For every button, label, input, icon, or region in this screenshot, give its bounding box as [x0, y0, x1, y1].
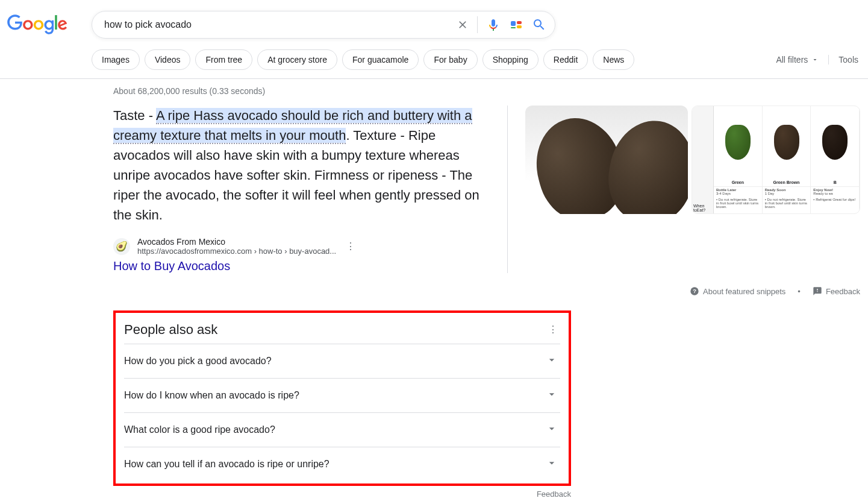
clear-icon[interactable] — [457, 19, 469, 31]
search-input[interactable] — [104, 19, 457, 30]
header-divider — [0, 78, 868, 79]
svg-rect-1 — [517, 21, 522, 24]
svg-rect-0 — [511, 21, 516, 26]
chevron-down-icon — [546, 457, 558, 471]
chart-row-label: When toEat? — [693, 204, 712, 212]
chip-news[interactable]: News — [593, 49, 634, 70]
paa-question-text: How can you tell if an avocado is ripe o… — [124, 459, 329, 470]
result-stats: About 68,200,000 results (0.33 seconds) — [113, 86, 860, 96]
paa-feedback-link[interactable]: Feedback — [113, 490, 571, 499]
chip-reddit[interactable]: Reddit — [543, 49, 588, 70]
chevron-down-icon — [546, 354, 558, 368]
chip-shopping[interactable]: Shopping — [482, 49, 539, 70]
paa-question-1[interactable]: How do you pick a good avocado? — [124, 344, 560, 379]
divider — [477, 16, 478, 33]
featured-snippet-text: Taste - A ripe Hass avocado should be ri… — [113, 106, 489, 225]
paa-title: People also ask — [124, 322, 217, 338]
result-title-link[interactable]: How to Buy Avocados — [113, 259, 489, 273]
chip-guacamole[interactable]: For guacamole — [342, 49, 419, 70]
voice-search-icon[interactable] — [486, 17, 501, 32]
feedback-link[interactable]: Feedback — [813, 286, 860, 296]
about-snippets-link[interactable]: ? About featured snippets — [690, 286, 785, 296]
paa-question-3[interactable]: What color is a good ripe avocado? — [124, 413, 560, 447]
chevron-down-icon — [811, 56, 819, 63]
feedback-icon — [813, 286, 822, 296]
chip-grocery[interactable]: At grocery store — [257, 49, 337, 70]
people-also-ask: People also ask ⋮ How do you pick a good… — [113, 310, 571, 486]
svg-rect-3 — [511, 27, 516, 28]
about-snippets-label: About featured snippets — [703, 287, 785, 296]
paa-question-4[interactable]: How can you tell if an avocado is ripe o… — [124, 447, 560, 481]
snippet-prefix: Taste - — [113, 108, 156, 123]
svg-rect-2 — [517, 25, 522, 28]
search-area: Images Videos From tree At grocery store… — [92, 11, 868, 78]
help-icon: ? — [690, 286, 699, 296]
paa-question-text: What color is a good ripe avocado? — [124, 424, 275, 435]
more-options-icon[interactable]: ⋮ — [343, 238, 358, 254]
source-row: 🥑 Avocados From Mexico https://avocadosf… — [113, 237, 489, 256]
google-logo[interactable] — [7, 14, 67, 37]
image-search-icon[interactable] — [509, 17, 523, 32]
image-thumbnail-2[interactable]: When toEat? Green Bottle Later3-4 Days •… — [692, 106, 860, 214]
chip-images[interactable]: Images — [92, 49, 140, 70]
paa-more-options-icon[interactable]: ⋮ — [546, 321, 560, 338]
image-thumbnail-1[interactable] — [525, 106, 688, 214]
search-icon[interactable] — [532, 17, 546, 32]
tools-button[interactable]: Tools — [828, 55, 858, 65]
source-favicon: 🥑 — [113, 238, 130, 255]
chip-baby[interactable]: For baby — [423, 49, 477, 70]
filter-chips: Images Videos From tree At grocery store… — [92, 49, 868, 78]
svg-text:?: ? — [693, 288, 696, 294]
chip-videos[interactable]: Videos — [145, 49, 191, 70]
search-bar[interactable] — [92, 11, 555, 39]
chart-col-name: Green — [714, 178, 762, 187]
chart-col-name: B — [811, 178, 859, 187]
all-filters-label: All filters — [776, 55, 808, 65]
chevron-down-icon — [546, 388, 558, 403]
feedback-label: Feedback — [826, 287, 860, 296]
chip-from-tree[interactable]: From tree — [195, 49, 252, 70]
source-url: https://avocadosfrommexico.com › how-to … — [137, 247, 336, 256]
paa-question-text: How do you pick a good avocado? — [124, 356, 272, 367]
snippet-footer: ? About featured snippets • Feedback — [113, 286, 860, 296]
source-name: Avocados From Mexico — [137, 237, 336, 247]
header: Images Videos From tree At grocery store… — [0, 0, 868, 78]
chart-col-name: Green Brown — [763, 178, 811, 187]
all-filters-button[interactable]: All filters — [776, 55, 819, 65]
featured-images: When toEat? Green Bottle Later3-4 Days •… — [525, 106, 860, 273]
paa-question-text: How do I know when an avocado is ripe? — [124, 390, 299, 401]
chevron-down-icon — [546, 423, 558, 437]
paa-question-2[interactable]: How do I know when an avocado is ripe? — [124, 379, 560, 413]
